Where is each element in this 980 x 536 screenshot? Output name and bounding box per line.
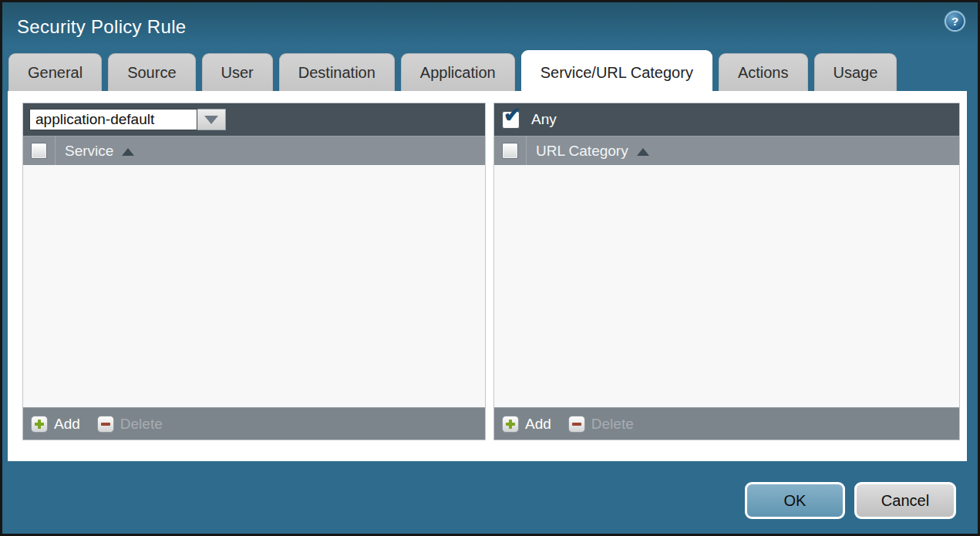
url-category-column-header[interactable]: URL Category <box>527 143 649 160</box>
dialog-titlebar: Security Policy Rule ? <box>2 2 978 51</box>
delete-button-label: Delete <box>120 416 163 433</box>
add-button-label: Add <box>525 416 551 433</box>
service-panel: Service Add Delete <box>22 103 486 440</box>
url-category-any-checkbox[interactable]: ✔ <box>502 111 520 129</box>
add-button-label: Add <box>54 416 80 433</box>
chevron-down-icon <box>204 116 218 124</box>
service-table-body[interactable] <box>23 165 485 407</box>
tab-general[interactable]: General <box>8 53 102 91</box>
url-category-delete-button[interactable]: Delete <box>568 416 634 433</box>
tab-usage[interactable]: Usage <box>814 53 897 91</box>
service-delete-button[interactable]: Delete <box>97 416 163 433</box>
service-add-button[interactable]: Add <box>31 416 80 433</box>
tab-user[interactable]: User <box>202 53 273 91</box>
cancel-button[interactable]: Cancel <box>854 482 956 519</box>
url-category-column-label: URL Category <box>536 143 628 160</box>
service-column-header[interactable]: Service <box>56 143 134 160</box>
service-table-header: Service <box>23 136 485 165</box>
tab-source[interactable]: Source <box>108 53 195 91</box>
tab-bar: General Source User Destination Applicat… <box>8 50 903 95</box>
service-panel-toolbar <box>23 103 485 136</box>
security-policy-rule-dialog: Security Policy Rule ? General Source Us… <box>0 0 980 536</box>
plus-icon <box>31 416 48 433</box>
sort-ascending-icon <box>637 148 649 156</box>
help-icon-glyph: ? <box>951 15 958 28</box>
tab-destination[interactable]: Destination <box>279 53 395 91</box>
checkmark-icon: ✔ <box>503 105 521 126</box>
service-column-label: Service <box>65 143 113 160</box>
tab-content-area: Service Add Delete ✔ <box>8 91 967 461</box>
ok-button[interactable]: OK <box>745 482 845 519</box>
minus-icon <box>568 416 585 433</box>
any-label: Any <box>531 111 557 128</box>
url-category-table-body[interactable] <box>494 165 959 407</box>
tab-actions[interactable]: Actions <box>719 53 808 91</box>
url-category-table-header: URL Category <box>494 136 959 165</box>
url-category-panel-footer: Add Delete <box>494 407 959 440</box>
minus-icon <box>97 416 114 433</box>
plus-icon <box>502 416 519 433</box>
tab-service-url-category[interactable]: Service/URL Category <box>521 50 712 95</box>
url-category-panel: ✔ Any URL Category Add <box>493 103 960 440</box>
dialog-title: Security Policy Rule <box>17 16 186 38</box>
help-icon[interactable]: ? <box>945 11 965 32</box>
service-header-checkbox-cell <box>23 137 56 165</box>
service-select-all-checkbox[interactable] <box>31 143 47 159</box>
service-type-dropdown-button[interactable] <box>197 109 226 130</box>
sort-ascending-icon <box>122 148 134 156</box>
delete-button-label: Delete <box>591 416 634 433</box>
url-category-add-button[interactable]: Add <box>502 416 551 433</box>
service-panel-footer: Add Delete <box>23 407 485 440</box>
url-category-select-all-checkbox[interactable] <box>502 143 518 159</box>
url-category-header-checkbox-cell <box>494 137 527 165</box>
service-type-combobox <box>29 109 226 130</box>
url-category-any-bar: ✔ Any <box>494 103 959 136</box>
tab-application[interactable]: Application <box>401 53 515 91</box>
service-type-input[interactable] <box>29 109 197 130</box>
